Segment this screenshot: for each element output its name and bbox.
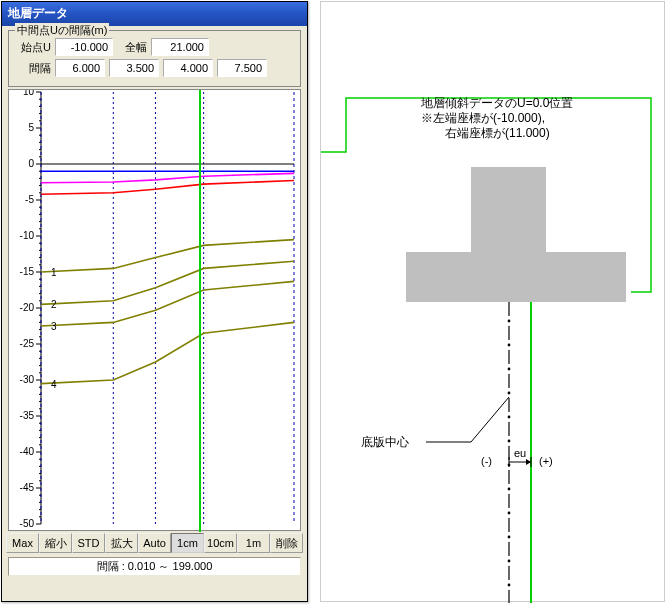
svg-text:-10: -10 <box>20 230 35 241</box>
svg-text:5: 5 <box>28 122 34 133</box>
footing-diagram: 地層傾斜データのU=0.0位置※左端座標が(-10.000), 右端座標が(11… <box>321 2 666 603</box>
start-u-input[interactable] <box>55 38 113 56</box>
svg-rect-90 <box>406 252 626 302</box>
svg-text:2: 2 <box>51 299 57 310</box>
svg-text:-40: -40 <box>20 446 35 457</box>
shrink-button[interactable]: 縮小 <box>39 533 72 553</box>
svg-text:-5: -5 <box>25 194 34 205</box>
svg-text:4: 4 <box>51 379 57 390</box>
window-title: 地層データ <box>8 6 68 20</box>
svg-point-112 <box>508 560 510 562</box>
svg-text:-45: -45 <box>20 482 35 493</box>
svg-text:-35: -35 <box>20 410 35 421</box>
svg-text:-30: -30 <box>20 374 35 385</box>
stratum-chart: -50-45-40-35-30-25-20-15-10-505101234 <box>9 90 302 532</box>
std-button[interactable]: STD <box>72 533 105 553</box>
10cm-button[interactable]: 10cm <box>204 533 237 553</box>
svg-text:0: 0 <box>28 158 34 169</box>
svg-point-108 <box>508 512 510 514</box>
interval-group: 中間点Uの間隔(m) 始点U 全幅 間隔 <box>8 30 301 87</box>
svg-rect-89 <box>471 167 546 252</box>
svg-point-100 <box>508 416 510 418</box>
auto-button[interactable]: Auto <box>138 533 171 553</box>
svg-point-110 <box>508 536 510 538</box>
svg-point-94 <box>508 344 510 346</box>
svg-text:-25: -25 <box>20 338 35 349</box>
svg-text:-50: -50 <box>20 518 35 529</box>
svg-text:地層傾斜データのU=0.0位置: 地層傾斜データのU=0.0位置 <box>420 96 573 110</box>
svg-point-98 <box>508 392 510 394</box>
svg-text:※左端座標が(-10.000),: ※左端座標が(-10.000), <box>421 111 545 125</box>
svg-text:底版中心: 底版中心 <box>361 435 409 449</box>
right-diagram: 地層傾斜データのU=0.0位置※左端座標が(-10.000), 右端座標が(11… <box>320 1 665 602</box>
svg-text:右端座標が(11.000): 右端座標が(11.000) <box>433 126 550 140</box>
zoom-button-row: Max 縮小 STD 拡大 Auto 1cm 10cm 1m 削除 <box>6 533 303 553</box>
svg-text:(-): (-) <box>481 455 492 467</box>
interval-input-0[interactable] <box>55 59 105 77</box>
interval-label: 間隔 <box>13 61 51 76</box>
start-u-label: 始点U <box>13 40 51 55</box>
svg-point-102 <box>508 440 510 442</box>
interval-input-2[interactable] <box>163 59 213 77</box>
1m-button[interactable]: 1m <box>237 533 270 553</box>
svg-text:3: 3 <box>51 321 57 332</box>
max-button[interactable]: Max <box>6 533 39 553</box>
group-title: 中間点Uの間隔(m) <box>15 23 109 38</box>
svg-text:10: 10 <box>23 90 35 97</box>
1cm-button[interactable]: 1cm <box>171 533 204 553</box>
interval-input-3[interactable] <box>217 59 267 77</box>
svg-text:1: 1 <box>51 267 57 278</box>
svg-point-114 <box>508 584 510 586</box>
stratum-data-window: 地層データ 中間点Uの間隔(m) 始点U 全幅 間隔 -50-45-40-35-… <box>1 1 308 602</box>
interval-input-1[interactable] <box>109 59 159 77</box>
width-label: 全幅 <box>117 40 147 55</box>
svg-text:-20: -20 <box>20 302 35 313</box>
svg-text:(+): (+) <box>539 455 553 467</box>
svg-text:-15: -15 <box>20 266 35 277</box>
expand-button[interactable]: 拡大 <box>105 533 138 553</box>
width-input[interactable] <box>151 38 209 56</box>
delete-button[interactable]: 削除 <box>270 533 303 553</box>
chart-area: -50-45-40-35-30-25-20-15-10-505101234 <box>8 89 301 531</box>
svg-point-96 <box>508 368 510 370</box>
svg-text:eu: eu <box>514 447 526 459</box>
status-bar: 間隔 : 0.010 ～ 199.000 <box>8 557 301 576</box>
svg-point-106 <box>508 488 510 490</box>
svg-point-92 <box>508 320 510 322</box>
